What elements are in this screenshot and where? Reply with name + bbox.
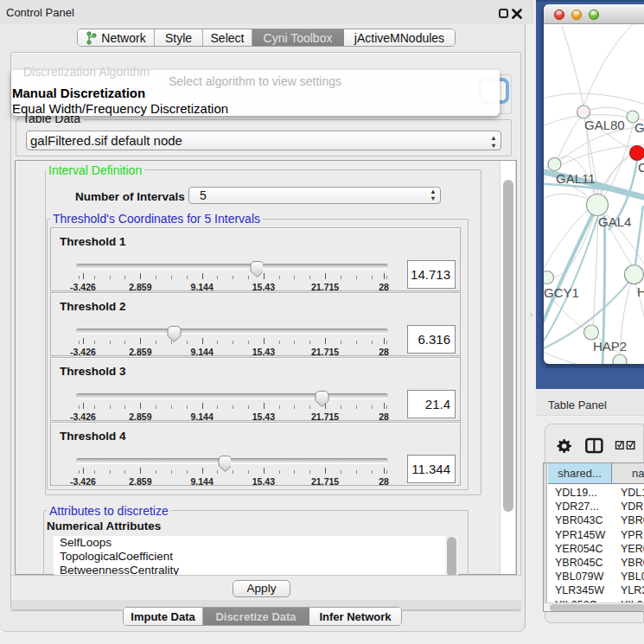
svg-text:HA: HA [637, 284, 644, 299]
svg-text:GA: GA [634, 120, 644, 135]
svg-text:CY: CY [638, 160, 644, 175]
svg-text:GAL80: GAL80 [584, 118, 625, 132]
svg-text:GAL4: GAL4 [598, 214, 631, 229]
svg-text:GAL11: GAL11 [556, 171, 596, 186]
svg-text:GCY1: GCY1 [544, 285, 579, 300]
svg-text:HAP2: HAP2 [593, 339, 627, 354]
